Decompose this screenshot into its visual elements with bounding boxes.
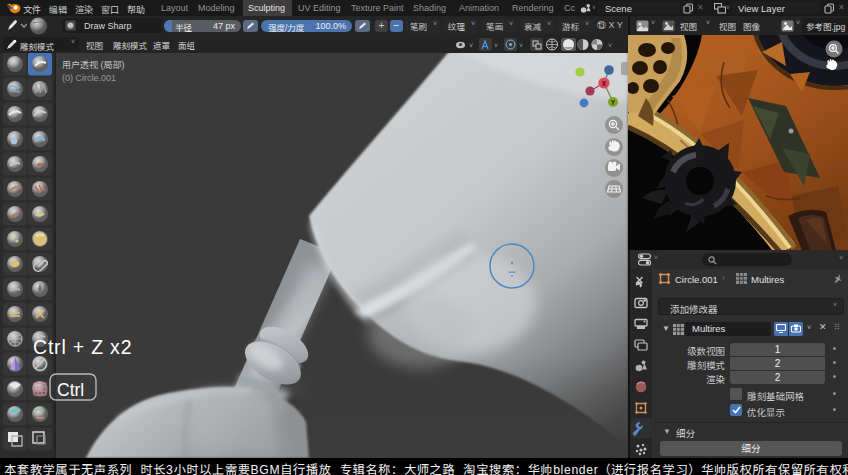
svg-text:˅: ˅	[519, 42, 523, 49]
svg-text:Y: Y	[611, 99, 616, 106]
svg-text:˅: ˅	[469, 42, 473, 49]
svg-text:X: X	[602, 80, 607, 87]
svg-text:˅: ˅	[494, 42, 498, 49]
svg-text:˅: ˅	[608, 42, 612, 49]
svg-text:(0) Circle.001: (0) Circle.001	[62, 73, 116, 83]
svg-text:用户透视 (局部): 用户透视 (局部)	[62, 60, 125, 70]
